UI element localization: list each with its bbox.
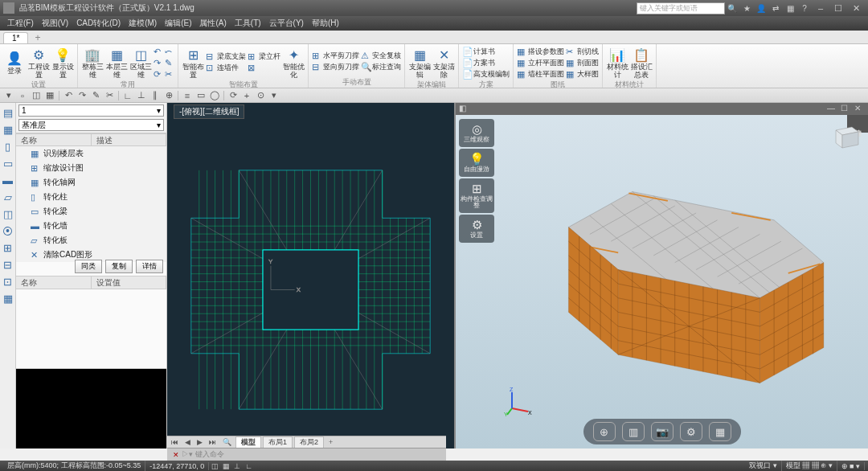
snap-icon[interactable]: ◫ [209,462,220,470]
ls-misc4-icon[interactable]: ▦ [2,292,14,305]
ls-wall-icon[interactable]: ▬ [2,174,14,186]
tree-item[interactable]: ▭转化梁 [16,204,166,219]
ls-misc-icon[interactable]: ⊞ [2,241,14,254]
command-bar[interactable]: ✕ ▷▾ 键入命令 [167,448,446,461]
qt-icon[interactable]: ⟳ [227,90,239,101]
swap-icon[interactable]: ⇄ [770,2,781,14]
frame-clear-button[interactable]: ✕支架清除 [432,46,455,80]
v3d-gear-icon[interactable]: ⚙ [680,422,702,441]
qt-icon[interactable]: ↶ [63,90,74,101]
snap-icon[interactable]: ▦ [220,462,231,470]
search-input[interactable]: 键入关键字或短语 [637,2,725,14]
menu-attr[interactable]: 属性(A) [195,18,230,29]
edit-icon[interactable]: ✎ [165,57,174,68]
qt-icon[interactable]: ≡ [182,90,193,101]
h-bracing[interactable]: ⊞水平剪刀撑 [312,51,359,62]
area-3d-button[interactable]: ◫区域三维 [129,46,152,80]
v3d-grid-icon[interactable]: ▥ [622,422,645,441]
plan-book[interactable]: 📄方案书 [462,57,510,68]
smart-opt-button[interactable]: ✦智能优化 [282,46,305,80]
qt-icon[interactable]: ▭ [195,90,207,101]
qt-icon[interactable]: ∟ [122,90,133,101]
tab-next-icon[interactable]: ▶ [194,438,205,446]
ls-stair-icon[interactable]: ⦿ [2,224,14,237]
ls-misc2-icon[interactable]: ⊟ [2,258,14,271]
tree-item[interactable]: ▦转化轴网 [16,175,166,190]
menu-view[interactable]: 视图(V) [38,18,72,29]
ls-grid-icon[interactable]: ▦ [2,123,14,136]
calc-book[interactable]: 📄计算书 [462,46,510,57]
same-button[interactable]: 同类 [75,260,102,273]
ls-layer-icon[interactable]: ▤ [2,106,14,119]
minimize-button[interactable]: – [812,3,829,14]
v3d-max-icon[interactable]: ☐ [841,104,851,114]
status-viewport-mode[interactable]: 双视口 ▾ [745,461,782,471]
user-icon[interactable]: 👤 [755,2,767,14]
wall-plan[interactable]: ▦墙柱平面图 [517,68,564,80]
menu-tools[interactable]: 工具(T) [231,18,265,29]
ls-door-icon[interactable]: ◫ [2,207,14,220]
wall-tie[interactable]: ⊡连墙件 [206,63,246,74]
tree-item[interactable]: ▦识别楼层表 [16,146,166,161]
refresh-icon[interactable]: ⟳ [154,68,163,80]
v3d-inspect-button[interactable]: ⊞构件检查调整 [459,178,494,214]
ls-beam-icon[interactable]: ▭ [2,157,14,170]
menu-help[interactable]: 帮助(H) [308,18,343,29]
erection-summary-button[interactable]: 📋搭设汇总表 [630,46,653,80]
tree-item[interactable]: ▯转化柱 [16,190,166,204]
viewport-3d[interactable]: ◧ — ☐ ✕ 构件管 ◎三维观察 💡自由漫游 ⊞构件检查调整 ⚙设置 [454,103,868,448]
safety-check[interactable]: ⚠安全复核 [361,51,401,62]
disp-settings-button[interactable]: 💡显示设置 [51,46,74,80]
tab-layout1[interactable]: 布局1 [263,436,293,448]
layer-dropdown[interactable]: 基准层▾ [18,119,164,131]
qt-icon[interactable]: ⊙ [255,90,266,101]
thumbnail-viewport[interactable] [16,368,166,448]
tab-model[interactable]: 模型 [235,436,261,448]
v3d-orbit-button[interactable]: ◎三维观察 [459,119,494,147]
v3d-globe-icon[interactable]: ⊕ [593,422,616,441]
beam-pole[interactable]: ⊞梁立杆 [248,51,280,63]
annot-query[interactable]: 🔍标注查询 [361,62,401,73]
tree-item[interactable]: ▬转化墙 [16,219,166,233]
material-stats-button[interactable]: 📊材料统计 [606,46,628,80]
section-line[interactable]: ✂剖切线 [566,46,599,57]
high-support[interactable]: 📄高支模编制 [462,68,510,80]
copy-button[interactable]: 复制 [105,260,133,273]
floor-dropdown[interactable]: 1▾ [18,104,164,117]
qt-icon[interactable]: ✎ [90,90,101,101]
menu-cad[interactable]: CAD转化(D) [72,18,125,29]
v-bracing[interactable]: ⊟竖向剪刀撑 [312,62,359,73]
qt-icon[interactable]: ✂ [104,90,115,101]
beam-bracket[interactable]: ⊟梁底支架 [206,51,246,63]
menu-project[interactable]: 工程(F) [3,18,38,29]
ls-slab-icon[interactable]: ▱ [2,190,14,203]
menu-model[interactable]: 建模(M) [125,18,161,29]
frame-edit-button[interactable]: ▦支架编辑 [408,46,431,80]
tab-last-icon[interactable]: ⏭ [207,438,219,446]
qt-icon[interactable]: ▦ [44,90,55,101]
v3d-roam-button[interactable]: 💡自由漫游 [459,149,494,177]
qt-icon[interactable]: + [241,90,252,101]
ls-misc3-icon[interactable]: ⊡ [2,275,14,288]
tab-add-icon[interactable]: + [326,438,336,446]
help-icon[interactable]: 🔍 [727,2,738,14]
pole-plan[interactable]: ▦立杆平面图 [517,57,564,68]
ls-col-icon[interactable]: ▯ [2,140,14,153]
v3d-camera-icon[interactable]: 📷 [651,422,674,441]
tree-item[interactable]: ⊞缩放设计图 [16,161,166,175]
qt-icon[interactable]: ∥ [149,90,161,101]
detail-dwg[interactable]: ▦大样图 [566,68,599,80]
v3d-layers-icon[interactable]: ▦ [709,422,731,441]
qt-icon[interactable]: ⊥ [136,90,147,101]
qt-icon[interactable]: ↷ [76,90,88,101]
qt-icon[interactable]: ◯ [209,90,220,101]
v3d-settings-button[interactable]: ⚙设置 [459,215,494,243]
back-icon[interactable]: ⤺ [165,46,174,57]
details-button[interactable]: 详情 [136,260,163,273]
proj-settings-button[interactable]: ⚙工程设置 [27,46,50,80]
view-label[interactable]: -[俯视][二维线框] [174,104,244,119]
qt-icon[interactable]: ⊕ [163,90,174,101]
qt-icon[interactable]: ◫ [31,90,42,101]
whole-3d-button[interactable]: 🏢整栋三维 [81,46,104,80]
cut-icon[interactable]: ✂ [165,68,174,80]
